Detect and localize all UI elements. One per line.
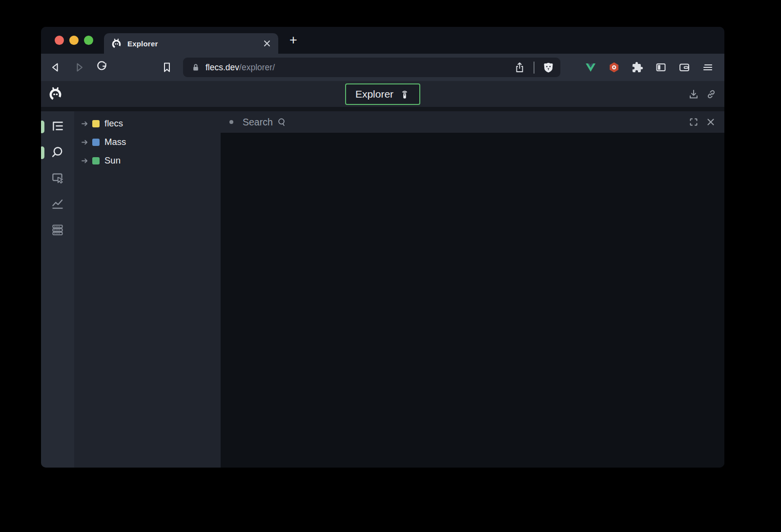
- minimize-window-button[interactable]: [69, 36, 79, 45]
- expand-arrow-icon[interactable]: [81, 139, 88, 146]
- extensions-row: [585, 54, 714, 81]
- stats-icon[interactable]: [50, 197, 65, 211]
- navigation-toolbar: flecs.dev /explorer/: [41, 54, 724, 81]
- forward-button[interactable]: [73, 61, 85, 74]
- tree-row-flecs[interactable]: flecs: [74, 114, 221, 133]
- desktop-background: Explorer +: [0, 0, 781, 532]
- tree-item-label: Mass: [104, 137, 126, 147]
- tree-item-label: Sun: [104, 155, 121, 166]
- tab-close-icon[interactable]: [263, 39, 271, 48]
- close-window-button[interactable]: [55, 36, 64, 45]
- explorer-body: flecs Mass Sun: [41, 111, 724, 468]
- expand-arrow-icon[interactable]: [81, 157, 88, 164]
- brave-shields-icon[interactable]: [542, 61, 555, 74]
- tree-row-sun[interactable]: Sun: [74, 151, 221, 170]
- menu-icon[interactable]: [702, 61, 714, 73]
- header-actions: [688, 81, 717, 107]
- tab-title: Explorer: [127, 40, 263, 48]
- explorer-title: Explorer: [355, 88, 393, 100]
- sidebar-toggle-icon[interactable]: [655, 61, 667, 73]
- address-bar[interactable]: flecs.dev /explorer/: [183, 58, 560, 77]
- entity-tree-icon[interactable]: [50, 119, 65, 134]
- inspector-icon[interactable]: [50, 171, 65, 185]
- new-tab-button[interactable]: +: [285, 27, 302, 54]
- back-button[interactable]: [49, 61, 62, 74]
- traffic-lights: [55, 27, 93, 54]
- copy-link-icon[interactable]: [706, 89, 717, 100]
- memory-icon[interactable]: [50, 223, 65, 237]
- search-icon[interactable]: [277, 117, 287, 127]
- vue-devtools-icon[interactable]: [585, 61, 596, 73]
- tree-row-mass[interactable]: Mass: [74, 133, 221, 151]
- query-panel: Search: [221, 111, 724, 468]
- browser-tab-explorer[interactable]: Explorer: [104, 33, 278, 54]
- explorer-header: Explorer: [41, 81, 724, 107]
- hexagon-extension-icon[interactable]: [608, 61, 620, 73]
- share-icon[interactable]: [514, 61, 526, 74]
- entity-color-swatch: [92, 157, 100, 164]
- tab-bar: Explorer +: [41, 27, 724, 54]
- url-path: /explorer/: [239, 62, 275, 73]
- flecs-favicon-icon: [111, 38, 122, 49]
- close-panel-icon[interactable]: [706, 117, 716, 127]
- tree-item-label: flecs: [104, 118, 123, 129]
- tree-active-indicator: [41, 121, 44, 133]
- lock-icon: [191, 62, 201, 72]
- entity-tree-panel: flecs Mass Sun: [74, 111, 221, 468]
- query-active-indicator: [41, 146, 44, 159]
- wallet-icon[interactable]: [678, 61, 690, 73]
- component-color-swatch: [92, 139, 100, 146]
- header-separator: [41, 107, 724, 111]
- maximize-window-button[interactable]: [84, 36, 93, 45]
- reload-button[interactable]: [96, 61, 108, 74]
- query-search-icon[interactable]: [50, 145, 65, 160]
- activity-bar: [41, 111, 74, 468]
- url-domain: flecs.dev: [206, 62, 239, 73]
- query-status-dot: [229, 120, 233, 124]
- browser-window: Explorer +: [41, 27, 724, 468]
- fullscreen-icon[interactable]: [689, 117, 699, 127]
- remote-connection-icon: [399, 89, 410, 100]
- query-results-area: [221, 133, 724, 468]
- bookmark-icon[interactable]: [161, 61, 173, 74]
- download-icon[interactable]: [688, 89, 699, 100]
- expand-arrow-icon[interactable]: [81, 120, 88, 127]
- flecs-logo-icon[interactable]: [48, 86, 63, 102]
- explorer-title-button[interactable]: Explorer: [345, 83, 420, 105]
- query-header: Search: [221, 111, 724, 133]
- query-search-label[interactable]: Search: [243, 117, 273, 128]
- extensions-puzzle-icon[interactable]: [632, 61, 643, 73]
- module-color-swatch: [92, 120, 100, 127]
- url-divider: [534, 61, 534, 74]
